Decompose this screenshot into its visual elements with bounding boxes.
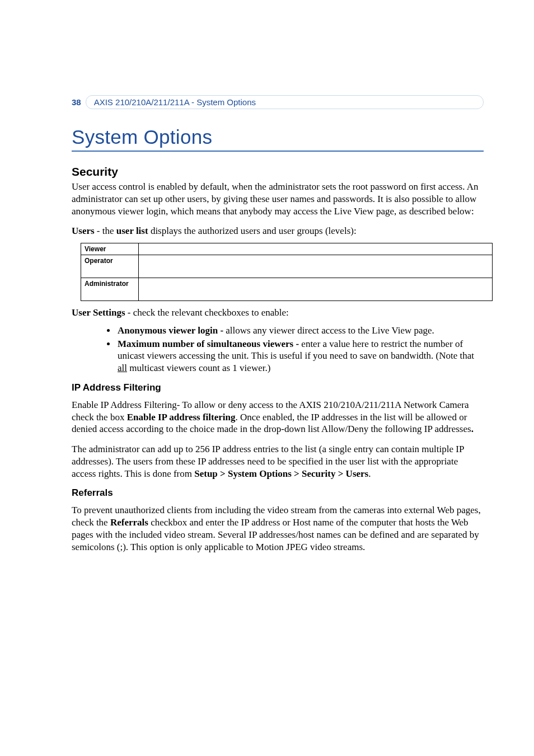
bullet-max-bold: Maximum number of simultaneous viewers -: [118, 339, 301, 349]
level-operator-desc: [139, 255, 493, 278]
user-settings-bullets: Anonymous viewer login - allows any view…: [72, 325, 484, 374]
page-header: 38 AXIS 210/210A/211/211A - System Optio…: [72, 95, 484, 109]
referrals-heading: Referrals: [72, 487, 484, 499]
level-viewer-desc: [139, 243, 493, 255]
users-text-end: displays the authorized users and user g…: [148, 226, 357, 236]
table-row: Viewer: [81, 243, 493, 255]
bullet-anon-bold: Anonymous viewer login -: [118, 325, 226, 336]
user-levels-table: Viewer Operator Administrator: [81, 243, 493, 301]
users-line: Users - the user list displays the autho…: [72, 225, 484, 237]
users-text-mid: - the: [95, 226, 116, 236]
bullet-anon-rest: allows any viewer direct access to the L…: [226, 325, 434, 336]
level-administrator-desc: [139, 278, 493, 301]
ipf-p1-bold-period: .: [471, 424, 474, 434]
users-label: Users: [72, 226, 95, 236]
ipf-p2-post: .: [368, 468, 371, 479]
title-underline: [72, 151, 484, 152]
bullet-max-viewers: Maximum number of simultaneous viewers -…: [116, 338, 484, 374]
level-viewer-label: Viewer: [81, 243, 139, 255]
ip-filtering-p1: Enable IP Address Filtering- To allow or…: [72, 399, 484, 435]
bullet-anonymous-login: Anonymous viewer login - allows any view…: [116, 325, 484, 337]
bullet-max-underline: all: [118, 363, 127, 373]
referrals-p1: To prevent unauthorized clients from inc…: [72, 504, 484, 553]
user-settings-text: - check the relevant checkboxes to enabl…: [125, 307, 289, 318]
page-container: 38 AXIS 210/210A/211/211A - System Optio…: [0, 0, 534, 756]
ip-filtering-heading: IP Address Filtering: [72, 382, 484, 393]
level-operator-label: Operator: [81, 255, 139, 278]
security-heading: Security: [72, 165, 484, 179]
user-settings-label: User Settings: [72, 307, 125, 318]
user-settings-line: User Settings - check the relevant check…: [72, 307, 484, 319]
ipf-p2-bold: Setup > System Options > Security > User…: [194, 468, 368, 479]
header-pill: AXIS 210/210A/211/211A - System Options: [86, 95, 484, 109]
ip-filtering-p2: The administrator can add up to 256 IP a…: [72, 443, 484, 480]
table-row: Operator: [81, 255, 493, 278]
bullet-max-post: multicast viewers count as 1 viewer.): [127, 363, 270, 373]
ipf-p1-bold: Enable IP address filtering: [127, 412, 236, 422]
security-intro: User access control is enabled by defaul…: [72, 181, 484, 217]
ref-p1-bold: Referrals: [110, 517, 148, 528]
page-title: System Options: [72, 126, 484, 148]
page-number: 38: [72, 97, 81, 107]
users-label2: user list: [116, 226, 148, 236]
table-row: Administrator: [81, 278, 493, 301]
level-administrator-label: Administrator: [81, 278, 139, 301]
